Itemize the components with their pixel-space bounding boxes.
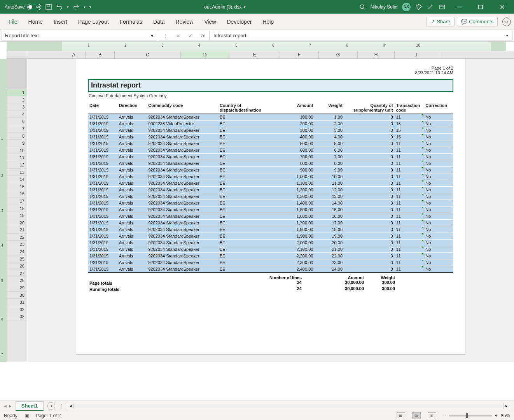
row-header[interactable]: 15 — [7, 183, 27, 191]
row-header[interactable]: 26 — [7, 262, 27, 270]
col-F[interactable]: F — [280, 51, 319, 58]
share-button[interactable]: ↗Share — [427, 17, 455, 26]
col-E[interactable]: E — [229, 51, 280, 58]
close-button[interactable] — [494, 0, 511, 14]
row-header[interactable]: 6 — [7, 118, 27, 125]
new-sheet-button[interactable]: + — [47, 402, 55, 410]
cancel-icon[interactable]: ✕ — [176, 33, 180, 38]
table-row[interactable]: 1/31/2019Arrivals9202034 StandardSpeaker… — [88, 220, 453, 226]
row-header[interactable]: 2 — [7, 96, 27, 104]
comments-button[interactable]: 💬Comments — [457, 17, 498, 26]
table-row[interactable]: 1/31/2019Arrivals9202034 StandardSpeaker… — [88, 226, 453, 233]
title-dropdown-icon[interactable]: ▾ — [244, 5, 246, 9]
col-I[interactable]: I — [395, 51, 439, 58]
table-row[interactable]: 1/31/2019Arrivals9202034 StandardSpeaker… — [88, 180, 453, 187]
row-header[interactable]: 20 — [7, 219, 27, 227]
redo-dropdown-icon[interactable]: ▾ — [84, 5, 86, 9]
normal-view-button[interactable]: ▦ — [397, 412, 405, 419]
macro-record-icon[interactable]: ▣ — [24, 413, 29, 418]
report-title-cell[interactable]: Intrastat report — [88, 79, 453, 92]
tab-view[interactable]: View — [199, 15, 221, 29]
page-break-view-button[interactable]: ▥ — [428, 412, 436, 419]
row-header[interactable]: 1 — [7, 89, 27, 96]
scroll-right-icon[interactable]: ► — [503, 403, 510, 409]
table-row[interactable]: 1/31/2019Arrivals9202034 StandardSpeaker… — [88, 266, 453, 273]
table-row[interactable]: 1/31/2019Arrivals9202034 StandardSpeaker… — [88, 154, 453, 160]
horizontal-ruler[interactable]: 1 2 3 4 5 6 7 8 9 10 — [27, 42, 506, 51]
row-header[interactable]: 27 — [7, 270, 27, 277]
row-header[interactable]: 23 — [7, 241, 27, 248]
table-row[interactable]: 1/31/2019Arrivals9202034 StandardSpeaker… — [88, 187, 453, 193]
col-B[interactable]: B — [86, 51, 115, 58]
sheet-nav-prev-icon[interactable]: ◄ — [3, 404, 7, 408]
undo-dropdown-icon[interactable]: ▾ — [67, 5, 69, 9]
row-header[interactable]: 8 — [7, 133, 27, 140]
tab-file[interactable]: File — [3, 15, 23, 29]
col-C[interactable]: C — [115, 51, 181, 58]
split-handle-icon[interactable]: ⋮ — [59, 403, 64, 409]
select-all-cell[interactable] — [7, 51, 27, 59]
row-header[interactable]: 17 — [7, 198, 27, 205]
autosave-toggle[interactable]: AutoSave Off — [5, 4, 41, 10]
row-header[interactable]: 19 — [7, 212, 27, 219]
name-box-dropdown-icon[interactable]: ▾ — [151, 33, 154, 38]
row-header[interactable]: 10 — [7, 147, 27, 154]
row-header[interactable] — [7, 59, 27, 89]
table-row[interactable]: 1/31/2019Arrivals9202034 StandardSpeaker… — [88, 240, 453, 246]
col-D[interactable]: D — [181, 51, 229, 58]
col-A[interactable]: A — [62, 51, 86, 58]
feedback-icon[interactable]: ☺ — [502, 18, 511, 26]
row-header[interactable]: 9 — [7, 140, 27, 147]
diamond-icon[interactable] — [415, 4, 422, 10]
row-header[interactable]: 14 — [7, 176, 27, 183]
save-icon[interactable] — [45, 4, 52, 10]
tab-formulas[interactable]: Formulas — [114, 15, 148, 29]
fx-icon[interactable]: fx — [201, 33, 205, 38]
enter-icon[interactable]: ✓ — [189, 33, 192, 38]
row-header[interactable]: 33 — [7, 313, 27, 320]
maximize-button[interactable] — [472, 0, 489, 14]
row-header[interactable]: 18 — [7, 205, 27, 212]
sheet-tab[interactable]: Sheet1 — [16, 401, 44, 411]
minimize-button[interactable] — [450, 0, 467, 14]
table-row[interactable]: 1/31/2019Arrivals9202034 StandardSpeaker… — [88, 246, 453, 253]
tab-insert[interactable]: Insert — [48, 15, 73, 29]
row-header[interactable]: 28 — [7, 277, 27, 284]
row-header[interactable]: 7 — [7, 125, 27, 133]
row-header[interactable]: 24 — [7, 248, 27, 256]
tab-help[interactable]: Help — [257, 15, 279, 29]
tab-data[interactable]: Data — [148, 15, 170, 29]
row-header[interactable]: 21 — [7, 226, 27, 234]
sheet-nav-next-icon[interactable]: ► — [8, 404, 12, 408]
col-G[interactable]: G — [319, 51, 358, 58]
page-layout-view-button[interactable]: ▤ — [412, 412, 421, 419]
table-row[interactable]: 1/31/2019Arrivals9202034 StandardSpeaker… — [88, 140, 453, 147]
redo-icon[interactable] — [73, 4, 80, 10]
brush-icon[interactable] — [427, 4, 434, 10]
zoom-level[interactable]: 85% — [501, 413, 510, 418]
zoom-in-button[interactable]: + — [495, 413, 498, 418]
table-row[interactable]: 1/31/2019Arrivals9202034 StandardSpeaker… — [88, 134, 453, 140]
row-header[interactable]: 22 — [7, 234, 27, 241]
row-header[interactable]: 30 — [7, 292, 27, 299]
row-header[interactable]: 13 — [7, 169, 27, 176]
row-header[interactable]: 29 — [7, 284, 27, 292]
table-row[interactable]: 1/31/2019Arrivals9202034 StandardSpeaker… — [88, 193, 453, 200]
table-row[interactable]: 1/31/2019Arrivals9202034 StandardSpeaker… — [88, 173, 453, 180]
row-header[interactable]: 25 — [7, 256, 27, 263]
table-row[interactable]: 1/31/2019Arrivals9202034 StandardSpeaker… — [88, 160, 453, 167]
table-row[interactable]: 1/31/2019Arrivals9202034 StandardSpeaker… — [88, 233, 453, 240]
expand-icon[interactable]: ⋮ — [163, 33, 168, 38]
undo-icon[interactable] — [56, 4, 63, 10]
scroll-left-icon[interactable]: ◄ — [67, 403, 74, 409]
ribbon-display-icon[interactable] — [439, 4, 446, 10]
formula-input[interactable]: Intrastat report ▾ — [209, 31, 512, 40]
col-H[interactable]: H — [358, 51, 395, 58]
tab-review[interactable]: Review — [170, 15, 199, 29]
table-row[interactable]: 1/31/2019Arrivals9202034 StandardSpeaker… — [88, 200, 453, 206]
table-row[interactable]: 1/31/2019Arrivals9202034 StandardSpeaker… — [88, 114, 453, 121]
row-header[interactable]: 31 — [7, 299, 27, 306]
table-row[interactable]: 1/31/2019Arrivals9202034 StandardSpeaker… — [88, 253, 453, 259]
tab-developer[interactable]: Developer — [222, 15, 257, 29]
row-header[interactable]: 3 — [7, 103, 27, 111]
